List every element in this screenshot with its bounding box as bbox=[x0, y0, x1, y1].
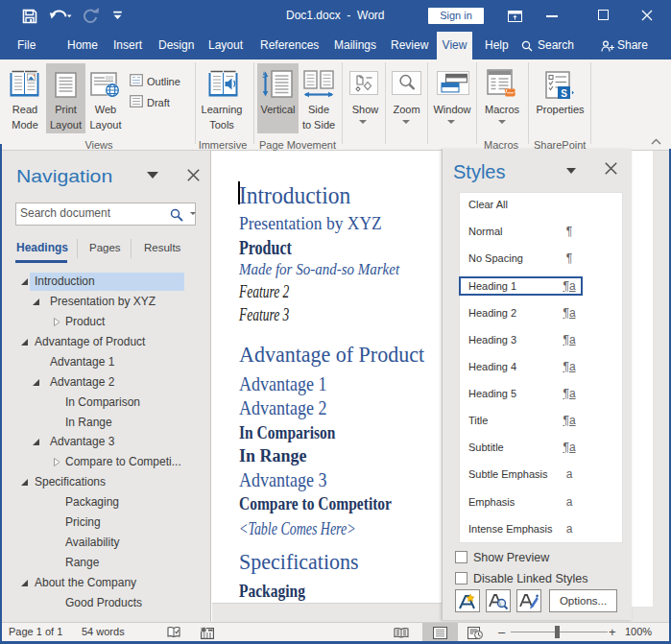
svg-text:S: S bbox=[561, 88, 567, 99]
